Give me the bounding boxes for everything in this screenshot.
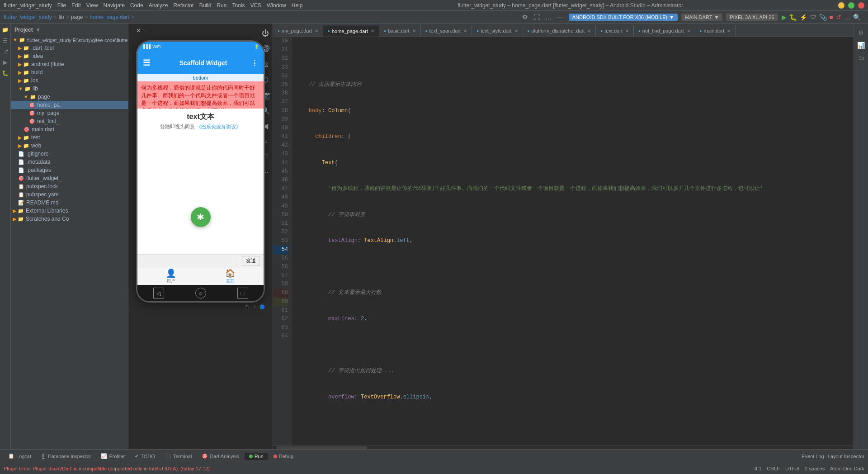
- tab-mypage-close[interactable]: ✕: [315, 28, 318, 33]
- tree-item-build[interactable]: ▶ 📁 build: [11, 68, 128, 76]
- tab-textspan[interactable]: ● text_span.dart ✕: [421, 25, 472, 37]
- maximize-button[interactable]: [848, 2, 854, 9]
- tab-mypage[interactable]: ● my_page.dart ✕: [273, 25, 323, 37]
- tab-basic-close[interactable]: ✕: [412, 28, 416, 33]
- breadcrumb-project[interactable]: flutter_widget_study: [4, 14, 52, 20]
- event-log-btn[interactable]: Event Log: [802, 454, 824, 459]
- appbar-more-icon[interactable]: ⋮: [251, 59, 258, 67]
- horizontal-scrollbar[interactable]: [273, 446, 854, 449]
- tree-item-gitignore[interactable]: 📄 .gitignore: [11, 150, 128, 158]
- close-button[interactable]: [858, 2, 864, 9]
- tree-item-flutterwidget[interactable]: 🎯 flutter_widget_: [11, 174, 128, 182]
- tab-platformdispatcher[interactable]: ● platform_dispatcher.dart ✕: [523, 25, 596, 37]
- tree-item-web[interactable]: ▶ 📁 web: [11, 142, 128, 150]
- coverage-icon[interactable]: 🛡: [810, 14, 816, 21]
- attach-icon[interactable]: 📎: [819, 14, 827, 21]
- breadcrumb-page[interactable]: page: [71, 14, 83, 20]
- menu-build[interactable]: Build: [199, 2, 212, 9]
- tree-item-root[interactable]: ▼ 📁 flutter_widget_study E:\study\gitee-…: [11, 36, 128, 44]
- settings-icon[interactable]: ⚙: [520, 13, 530, 22]
- tree-item-scratches[interactable]: ▶ 📁 Scratches and Co: [11, 215, 128, 223]
- menu-view[interactable]: View: [86, 2, 98, 9]
- encoding[interactable]: UTF-8: [785, 466, 799, 471]
- menu-window[interactable]: Window: [267, 2, 286, 9]
- project-icon[interactable]: 📁: [1, 25, 10, 34]
- menu-help[interactable]: Help: [292, 2, 303, 9]
- agreement-link[interactable]: 《巴乐免服务协议》: [196, 124, 241, 129]
- menu-code[interactable]: Code: [130, 2, 143, 9]
- menu-analyze[interactable]: Analyze: [149, 2, 168, 9]
- layout-inspector-icon[interactable]: ⚙: [856, 27, 867, 38]
- tree-item-homepage[interactable]: 🎯 home_pa: [11, 101, 128, 109]
- tree-item-mypage[interactable]: 🎯 my_page: [11, 109, 128, 117]
- cursor-position[interactable]: 4:1: [755, 466, 761, 471]
- tree-item-lib[interactable]: ▼ 📁 lib: [11, 85, 128, 93]
- tab-notfind-close[interactable]: ✕: [687, 28, 690, 33]
- tab-textstyle-close[interactable]: ✕: [514, 28, 518, 33]
- android-recents-btn[interactable]: □: [237, 288, 248, 299]
- fab-button[interactable]: ✱: [191, 207, 211, 227]
- menu-vcs[interactable]: VCS: [250, 2, 261, 9]
- emulator-power-btn[interactable]: ⏻: [259, 27, 272, 40]
- tab-main-close[interactable]: ✕: [727, 28, 731, 33]
- reload-icon[interactable]: ↺: [836, 14, 841, 21]
- menu-tools[interactable]: Tools: [232, 2, 245, 9]
- tree-item-ios[interactable]: ▶ 📁 ios: [11, 76, 128, 85]
- tab-textspan-close[interactable]: ✕: [463, 28, 467, 33]
- bottom-tab-profiler[interactable]: 📈 Profiler: [96, 452, 129, 460]
- emulator-plus-btn[interactable]: +: [253, 304, 256, 309]
- bottom-tab-logcat[interactable]: 📋 Logcat: [4, 452, 36, 460]
- bottom-tab-debug[interactable]: Debug: [269, 453, 298, 460]
- structure-icon[interactable]: ☰: [1, 36, 10, 45]
- bottom-tab-todo[interactable]: ✔ TODO: [130, 452, 160, 460]
- tree-item-notfind[interactable]: 🎯 not_find_: [11, 117, 128, 125]
- android-back-btn[interactable]: ◁: [153, 288, 164, 299]
- profile-icon[interactable]: ⚡: [800, 14, 807, 21]
- main-dart-selector[interactable]: MAIN.DART ▼: [681, 14, 722, 21]
- sdk-selector[interactable]: ANDROID SDK BUILT FOR X86 (MOBILE) ▼: [569, 14, 678, 21]
- tree-item-page[interactable]: ▼ 📁 page: [11, 93, 128, 101]
- tree-item-metadata[interactable]: 📄 .metadata: [11, 158, 128, 166]
- tree-item-publock[interactable]: 📋 pubspec.lock: [11, 182, 128, 190]
- tree-item-packages[interactable]: 📄 .packages: [11, 166, 128, 174]
- bottom-tab-dbinspector[interactable]: 🗄 Database Inspector: [37, 453, 95, 460]
- project-dropdown[interactable]: ▾: [37, 27, 39, 33]
- debug-icon[interactable]: 🐛: [789, 14, 797, 21]
- code-area[interactable]: 30 31 32 33 34 35 36 37 38 39 40 41 42 4…: [273, 37, 854, 446]
- tree-item-idea[interactable]: ▶ 📁 .idea: [11, 52, 128, 60]
- breadcrumb-lib[interactable]: lib: [59, 14, 64, 20]
- layout-inspector-btn[interactable]: Layout Inspector: [828, 454, 864, 459]
- menu-edit[interactable]: Edit: [71, 2, 81, 9]
- tree-item-readme[interactable]: 📝 README.md: [11, 199, 128, 207]
- tree-item-dart-tool[interactable]: ▶ 📁 .dart_tool: [11, 44, 128, 52]
- nav-item-user[interactable]: 👤 用户: [166, 268, 176, 284]
- device-selector[interactable]: PIXEL 3A XL API 26: [726, 14, 778, 21]
- close-sidebar-icon[interactable]: —: [555, 13, 565, 22]
- run-activity-icon[interactable]: ▶: [1, 58, 10, 67]
- tab-basic[interactable]: ● basic.dart ✕: [379, 25, 421, 37]
- search-everywhere-icon[interactable]: 🔍: [853, 14, 861, 21]
- nav-item-home[interactable]: 🏠 首页: [225, 268, 235, 284]
- hamburger-icon[interactable]: ☰: [143, 58, 150, 68]
- tab-text[interactable]: ● text.dart ✕: [596, 25, 634, 37]
- tab-platform-close[interactable]: ✕: [587, 28, 591, 33]
- menu-refactor[interactable]: Refactor: [173, 2, 193, 9]
- tab-textstyle[interactable]: ● text_style.dart ✕: [472, 25, 523, 37]
- debug-activity-icon[interactable]: 🐛: [1, 69, 10, 78]
- more-icon[interactable]: …: [543, 13, 553, 22]
- send-button[interactable]: 发送: [242, 256, 260, 265]
- stop-icon[interactable]: ■: [830, 14, 833, 21]
- line-ending[interactable]: CRLF: [767, 466, 780, 471]
- bottom-tab-run[interactable]: Run: [245, 453, 268, 460]
- menu-navigate[interactable]: Navigate: [104, 2, 125, 9]
- performance-icon[interactable]: 📊: [856, 40, 867, 51]
- emulator-close-btn[interactable]: ✕: [136, 27, 141, 34]
- tree-item-external[interactable]: ▶ 📁 External Libraries: [11, 207, 128, 215]
- menu-run[interactable]: Run: [217, 2, 226, 9]
- run-icon[interactable]: ▶: [782, 14, 787, 21]
- git-icon[interactable]: ⎇: [1, 47, 10, 56]
- minimize-button[interactable]: [838, 2, 844, 9]
- explorer-icon[interactable]: 🗂: [856, 52, 867, 63]
- emulator-minimize-btn[interactable]: —: [144, 27, 150, 34]
- code-lines[interactable]: // 页面显示主体内容 body: Column( children: [ Te…: [292, 37, 854, 446]
